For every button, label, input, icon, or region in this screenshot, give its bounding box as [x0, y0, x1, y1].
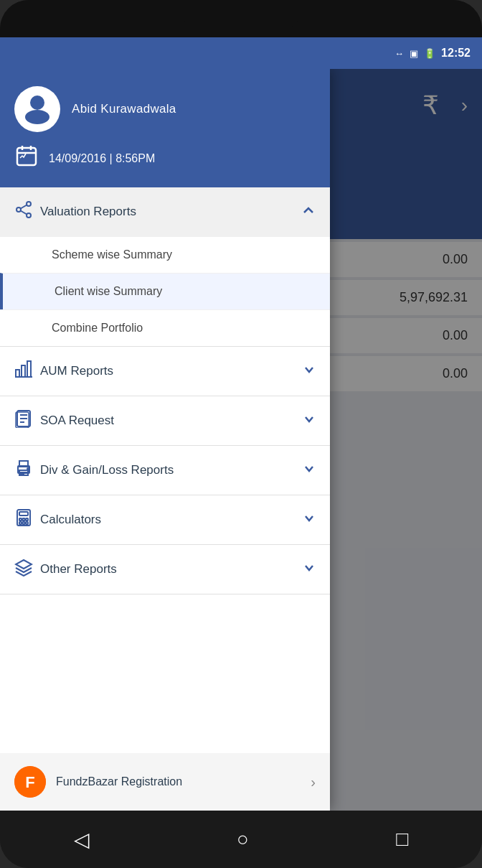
fundzbazar-registration-item[interactable]: F FundzBazar Registration › — [0, 753, 330, 811]
div-gain-item[interactable]: Div & Gain/Loss Reports — [0, 446, 330, 495]
div-gain-section: Div & Gain/Loss Reports — [0, 446, 330, 495]
user-row: Abid Kurawadwala — [14, 86, 316, 132]
fundzbazar-avatar: F — [14, 766, 46, 798]
valuation-reports-chevron-up — [301, 203, 316, 221]
user-name: Abid Kurawadwala — [72, 102, 176, 116]
phone-frame: ↔ ▣ 🔋 12:52 ₹ › eg CAGR 6.85 ↑ 0,000.00 … — [0, 0, 482, 868]
drawer-overlay: Abid Kurawadwala — [0, 69, 482, 811]
calculators-label: Calculators — [40, 513, 303, 527]
other-reports-label: Other Reports — [40, 562, 303, 577]
svg-rect-2 — [17, 148, 36, 165]
svg-rect-32 — [23, 522, 25, 524]
svg-point-1 — [25, 110, 49, 124]
svg-point-25 — [27, 468, 29, 470]
scheme-wise-summary-item[interactable]: Scheme wise Summary — [0, 236, 330, 273]
calculator-icon — [14, 508, 40, 531]
soa-request-item[interactable]: SOA Request — [0, 396, 330, 445]
svg-marker-34 — [16, 560, 32, 569]
signal-icon: ↔ — [394, 48, 404, 59]
datetime-row: 14/09/2016 | 8:56PM — [14, 144, 316, 173]
div-gain-label: Div & Gain/Loss Reports — [40, 463, 303, 477]
svg-rect-12 — [22, 365, 25, 377]
other-reports-item[interactable]: Other Reports — [0, 545, 330, 594]
svg-point-0 — [30, 95, 44, 110]
navigation-drawer: Abid Kurawadwala — [0, 69, 330, 811]
bar-chart-icon — [14, 360, 40, 383]
screen-content: ₹ › eg CAGR 6.85 ↑ 0,000.00 ₹ 0.00 5,97,… — [0, 69, 482, 811]
svg-rect-13 — [27, 361, 31, 377]
svg-rect-27 — [19, 512, 28, 515]
soa-request-section: SOA Request — [0, 396, 330, 446]
printer-icon — [14, 459, 40, 482]
other-reports-chevron-icon — [303, 561, 316, 578]
calculators-item[interactable]: Calculators — [0, 495, 330, 544]
user-avatar — [14, 86, 60, 132]
drawer-header: Abid Kurawadwala — [0, 69, 330, 187]
svg-point-7 — [27, 213, 31, 218]
other-reports-section: Other Reports — [0, 545, 330, 594]
datetime-icon — [14, 144, 39, 173]
back-button[interactable]: ◁ — [60, 821, 104, 859]
calculators-section: Calculators — [0, 495, 330, 545]
svg-point-8 — [16, 207, 21, 212]
valuation-reports-label: Valuation Reports — [40, 205, 301, 219]
share-alt-icon — [14, 200, 40, 223]
home-button[interactable]: ○ — [222, 821, 263, 858]
bottom-nav: ◁ ○ □ — [0, 811, 482, 868]
calculators-chevron-icon — [303, 512, 316, 528]
status-icons: ↔ ▣ 🔋 12:52 — [394, 47, 471, 60]
combine-portfolio-item[interactable]: Combine Portfolio — [0, 309, 330, 346]
svg-rect-11 — [16, 370, 19, 377]
valuation-reports-section: Valuation Reports Scheme wise Summary Cl… — [0, 187, 330, 347]
scheme-wise-label: Scheme wise Summary — [52, 248, 172, 261]
div-gain-chevron-icon — [303, 462, 316, 479]
avatar-icon — [20, 90, 55, 129]
layers-icon — [14, 558, 40, 581]
overlay-dim[interactable] — [330, 69, 482, 811]
valuation-reports-header[interactable]: Valuation Reports — [0, 187, 330, 236]
svg-rect-29 — [23, 518, 25, 521]
soa-chevron-icon — [303, 413, 316, 429]
combine-portfolio-label: Combine Portfolio — [52, 322, 143, 334]
svg-point-6 — [27, 202, 31, 206]
svg-line-10 — [21, 211, 27, 215]
svg-text:F: F — [25, 773, 34, 791]
drawer-spacer — [0, 594, 330, 753]
client-wise-summary-item[interactable]: Client wise Summary — [0, 273, 330, 309]
svg-line-9 — [21, 205, 27, 209]
svg-rect-31 — [19, 522, 22, 524]
fundzbazar-arrow-icon: › — [311, 774, 316, 790]
status-time: 12:52 — [441, 47, 471, 60]
aum-reports-label: AUM Reports — [40, 364, 303, 378]
svg-rect-28 — [19, 518, 22, 521]
datetime-text: 14/09/2016 | 8:56PM — [49, 152, 155, 165]
svg-rect-30 — [26, 518, 28, 521]
phone-top-bar — [0, 0, 482, 37]
status-bar: ↔ ▣ 🔋 12:52 — [0, 37, 482, 69]
aum-chevron-icon — [303, 363, 316, 380]
battery-icon: 🔋 — [424, 48, 435, 59]
svg-rect-33 — [26, 522, 28, 524]
document-icon — [14, 409, 40, 432]
notch — [184, 11, 298, 27]
fundzbazar-label: FundzBazar Registration — [56, 775, 311, 788]
aum-reports-item[interactable]: AUM Reports — [0, 347, 330, 396]
recent-apps-button[interactable]: □ — [382, 821, 422, 858]
aum-reports-section: AUM Reports — [0, 347, 330, 396]
signal-off-icon: ▣ — [410, 48, 418, 59]
soa-request-label: SOA Request — [40, 414, 303, 428]
client-wise-label: Client wise Summary — [55, 285, 162, 297]
